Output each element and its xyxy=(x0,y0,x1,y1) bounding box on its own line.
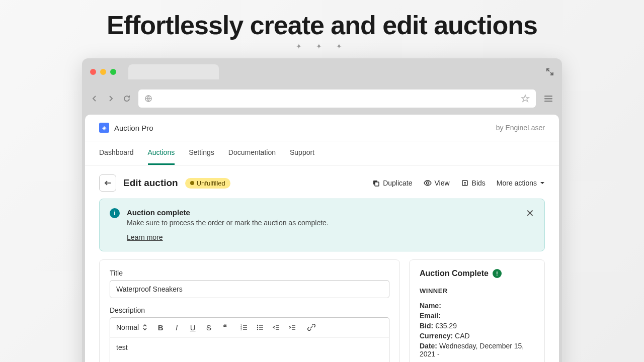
browser-back-icon[interactable] xyxy=(90,94,99,103)
nav-tabs: Dashboard Auctions Settings Documentatio… xyxy=(85,141,559,165)
hero-title: Effortlessly create and edit auctions xyxy=(0,10,644,40)
winner-date: Date: Wednesday, December 15, 2021 - xyxy=(420,342,534,358)
address-bar[interactable] xyxy=(138,89,536,108)
info-icon: i xyxy=(110,208,120,218)
svg-rect-14 xyxy=(259,325,263,325)
browser-frame: ◈ Auction Pro by EngineLaser Dashboard A… xyxy=(82,58,562,362)
tab-dashboard[interactable]: Dashboard xyxy=(99,141,134,165)
outdent-icon[interactable] xyxy=(271,322,282,333)
duplicate-button[interactable]: Duplicate xyxy=(372,179,412,187)
svg-point-12 xyxy=(257,327,258,328)
description-label: Description xyxy=(110,306,389,314)
indent-icon[interactable] xyxy=(287,322,298,333)
auction-summary-panel: Auction Complete ! WINNER Name: Email: B… xyxy=(409,259,545,362)
banner-learn-more-link[interactable]: Learn more xyxy=(127,233,163,241)
view-button[interactable]: View xyxy=(424,179,450,187)
svg-rect-1 xyxy=(544,96,552,97)
winner-email: Email: xyxy=(420,312,534,320)
svg-point-13 xyxy=(257,329,258,330)
hero-banner: Effortlessly create and edit auctions ✦ … xyxy=(0,0,644,55)
fullscreen-icon[interactable] xyxy=(546,68,554,76)
bold-icon[interactable]: B xyxy=(155,322,166,333)
decorative-sparkles: ✦ ✦ ✦ xyxy=(0,42,644,50)
winner-heading: WINNER xyxy=(420,287,534,295)
close-icon[interactable]: ✕ xyxy=(526,208,534,242)
window-minimize-button[interactable] xyxy=(100,69,106,75)
description-editor[interactable]: test xyxy=(110,337,389,362)
quote-icon[interactable]: ❝ xyxy=(219,322,230,333)
more-actions-button[interactable]: More actions xyxy=(497,179,545,187)
status-complete-icon: ! xyxy=(493,269,502,278)
badge-label: Unfulfilled xyxy=(197,179,225,187)
strikethrough-icon[interactable]: S xyxy=(203,322,214,333)
svg-rect-3 xyxy=(544,101,552,102)
bids-button[interactable]: Bids xyxy=(461,179,486,187)
link-icon[interactable] xyxy=(306,322,317,333)
edit-form-panel: Title Description Normal B I U S ❝ xyxy=(99,259,400,362)
title-label: Title xyxy=(110,269,389,277)
editor-toolbar: Normal B I U S ❝ 123 xyxy=(110,317,389,337)
browser-tab[interactable] xyxy=(128,64,219,79)
menu-icon[interactable] xyxy=(543,93,554,104)
ordered-list-icon[interactable]: 123 xyxy=(238,322,250,333)
back-button[interactable] xyxy=(99,174,116,192)
banner-title: Auction complete xyxy=(127,208,519,217)
tab-documentation[interactable]: Documentation xyxy=(228,141,276,165)
tab-auctions[interactable]: Auctions xyxy=(148,141,175,165)
winner-currency: Currency: CAD xyxy=(420,332,534,340)
badge-dot-icon xyxy=(190,181,194,185)
title-input[interactable] xyxy=(110,280,389,298)
page-title: Edit auction xyxy=(123,177,178,189)
svg-point-11 xyxy=(257,325,258,326)
svg-point-6 xyxy=(426,182,429,185)
globe-icon xyxy=(144,95,152,103)
window-close-button[interactable] xyxy=(90,69,96,75)
format-select[interactable]: Normal xyxy=(116,323,147,331)
winner-name: Name: xyxy=(420,302,534,310)
info-banner: i Auction complete Make sure to process … xyxy=(99,199,545,251)
app-name: Auction Pro xyxy=(114,124,153,132)
window-maximize-button[interactable] xyxy=(110,69,116,75)
svg-rect-2 xyxy=(544,98,552,100)
underline-icon[interactable]: U xyxy=(187,322,198,333)
browser-forward-icon[interactable] xyxy=(106,94,115,103)
italic-icon[interactable]: I xyxy=(171,322,182,333)
tab-settings[interactable]: Settings xyxy=(189,141,214,165)
svg-rect-7 xyxy=(462,180,467,186)
svg-text:3: 3 xyxy=(240,328,242,331)
app-byline: by EngineLaser xyxy=(496,124,545,132)
winner-bid: Bid: €35.29 xyxy=(420,322,534,330)
banner-message: Make sure to process the order or mark t… xyxy=(127,219,519,227)
svg-rect-15 xyxy=(259,327,263,327)
bookmark-star-icon[interactable] xyxy=(521,94,530,103)
browser-refresh-icon[interactable] xyxy=(122,94,131,103)
bullet-list-icon[interactable] xyxy=(255,322,266,333)
svg-rect-16 xyxy=(259,329,263,329)
status-badge: Unfulfilled xyxy=(185,178,230,189)
summary-title: Auction Complete xyxy=(420,269,489,278)
svg-rect-5 xyxy=(375,182,379,186)
app-logo-icon: ◈ xyxy=(99,123,109,133)
tab-support[interactable]: Support xyxy=(290,141,314,165)
